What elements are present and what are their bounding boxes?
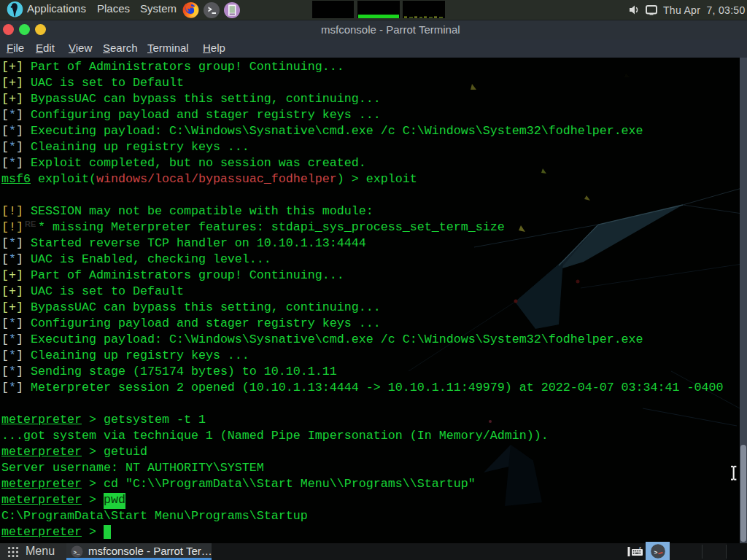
svg-text:>_: >_ bbox=[74, 550, 81, 556]
svg-text:>: > bbox=[654, 549, 658, 556]
svg-text:z: z bbox=[639, 545, 641, 550]
